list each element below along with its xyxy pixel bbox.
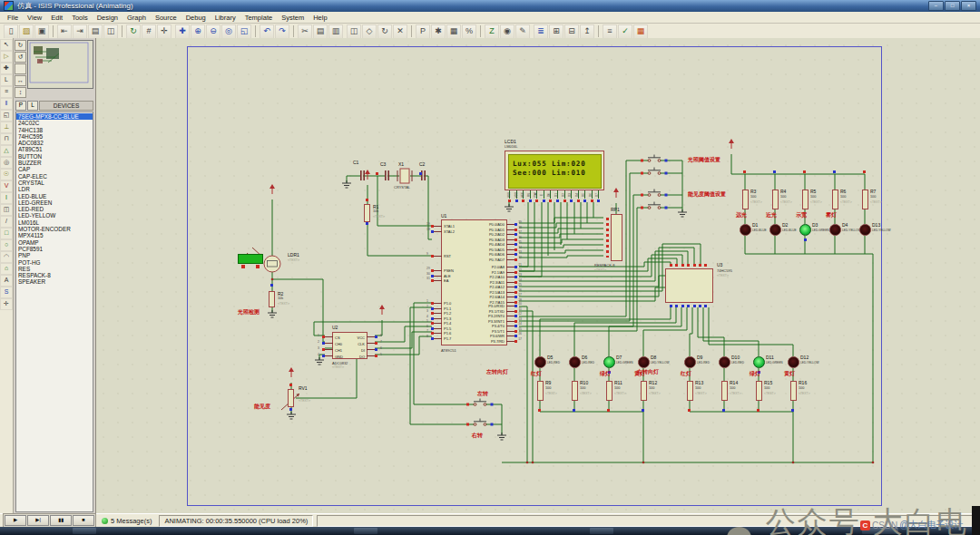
device-item[interactable]: CAP-ELEC (16, 173, 93, 180)
menu-item[interactable]: Tools (67, 14, 93, 22)
led-icon[interactable] (603, 356, 615, 368)
resistor-body[interactable] (790, 381, 797, 401)
resistor-body[interactable] (572, 381, 578, 401)
device-item[interactable]: 74HC595 (16, 133, 93, 140)
led-column[interactable]: D11LED-GREEN 绿灯 R15100 <TEXT> (750, 351, 784, 407)
r2-resistor[interactable] (269, 291, 275, 307)
rotate-cw-icon[interactable]: ↻ (15, 40, 26, 51)
autorouter-icon[interactable]: Z (485, 24, 499, 39)
stop-button[interactable]: ■ (73, 515, 94, 526)
resistor-body[interactable] (537, 381, 544, 401)
angle-field[interactable] (15, 63, 26, 74)
zoom-area-icon[interactable]: ◱ (237, 24, 251, 39)
minimize-button[interactable]: − (928, 1, 944, 11)
pick-devices-button[interactable]: P (15, 101, 26, 111)
component-mode-icon[interactable]: ▷ (0, 51, 13, 63)
u3-shift-register[interactable] (665, 268, 713, 303)
device-item[interactable]: CRYSTAL (16, 180, 93, 186)
device-item[interactable]: SPEAKER (16, 278, 93, 285)
selection-pointer-icon[interactable]: ↖ (0, 39, 13, 51)
block-delete-icon[interactable]: ✕ (393, 24, 407, 39)
led-column[interactable]: R6100 <TEXT> 雾灯 D4LED-YELLOW (826, 188, 856, 244)
led-column[interactable]: R4100 <TEXT> 近光 D2LED-BLUE (766, 188, 796, 244)
set-button-3[interactable] (641, 190, 668, 197)
current-probe-icon[interactable]: I (0, 192, 13, 204)
menu-item[interactable]: Debug (181, 14, 211, 22)
pick-device-icon[interactable]: P (416, 24, 430, 39)
pan-icon[interactable]: ✚ (175, 24, 190, 39)
resistor-body[interactable] (756, 381, 762, 401)
graph-mode-icon[interactable]: △ (0, 145, 13, 157)
2d-symbol-icon[interactable]: S (0, 287, 13, 298)
resistor-body[interactable] (772, 190, 779, 209)
led-column[interactable]: D9LED-RED 红灯 R13100 <TEXT> (681, 351, 715, 407)
led-column[interactable]: D7LED-GREEN 绿灯 R11100 <TEXT> (600, 351, 634, 407)
library-button[interactable]: L (27, 101, 38, 111)
device-item[interactable]: PCF8591 (16, 246, 93, 252)
device-item[interactable]: LED-GREEN (16, 199, 93, 206)
set-button-1[interactable] (641, 155, 668, 162)
2d-text-icon[interactable]: A (0, 275, 13, 287)
led-icon[interactable] (859, 224, 871, 236)
device-item[interactable]: CAP (16, 166, 93, 172)
menu-item[interactable]: View (23, 14, 46, 22)
pause-button[interactable]: ▮▮ (50, 515, 72, 526)
led-column[interactable]: D8LED-YELLOW 黄灯 R12100 <TEXT> (634, 351, 669, 407)
led-icon[interactable] (534, 356, 546, 368)
bus-mode-icon[interactable]: ‖ (0, 98, 13, 110)
print-icon[interactable]: ▤ (88, 24, 103, 39)
zoom-out-icon[interactable]: ⊖ (206, 24, 220, 39)
led-icon[interactable] (569, 356, 581, 368)
resistor-body[interactable] (862, 190, 868, 209)
led-icon[interactable] (769, 224, 781, 236)
device-item[interactable]: PNP (16, 252, 93, 258)
open-file-icon[interactable]: ▨ (19, 24, 34, 39)
device-item[interactable]: AT89C51 (16, 146, 93, 152)
left-turn-button[interactable] (466, 399, 494, 406)
packaging-icon[interactable]: ▦ (446, 24, 461, 39)
device-item[interactable]: RESPACK-8 (16, 272, 93, 278)
resistor-body[interactable] (832, 190, 838, 209)
menu-item[interactable]: System (277, 14, 309, 22)
erc-icon[interactable]: ✓ (618, 24, 632, 39)
led-column[interactable]: D12LED-YELLOW 黄灯 R16100 <TEXT> (784, 351, 818, 407)
device-item[interactable]: 7SEG-MPX8-CC-BLUE (16, 113, 93, 120)
import-icon[interactable]: ⇤ (57, 24, 72, 39)
ares-icon[interactable]: ▦ (633, 24, 648, 39)
voltage-probe-icon[interactable]: V (0, 180, 13, 192)
led-icon[interactable] (753, 356, 765, 368)
message-indicator-icon[interactable] (102, 518, 108, 524)
save-file-icon[interactable]: ▣ (34, 24, 49, 39)
export-icon[interactable]: ⇥ (73, 24, 87, 39)
menu-item[interactable]: Design (93, 14, 122, 22)
resistor-body[interactable] (641, 381, 647, 401)
mark-area-icon[interactable]: ◫ (103, 24, 118, 39)
zoom-in-icon[interactable]: ⊕ (191, 24, 205, 39)
device-item[interactable]: LDR (16, 186, 93, 192)
menu-item[interactable]: Edit (46, 14, 67, 22)
2d-path-icon[interactable]: ⌂ (0, 263, 13, 275)
mirror-x-icon[interactable]: ↔ (15, 75, 26, 86)
device-item[interactable]: BUZZER (16, 160, 93, 166)
netlist-icon[interactable]: ≡ (603, 24, 617, 39)
resistor-body[interactable] (742, 190, 749, 209)
schematic-preview[interactable] (27, 40, 93, 89)
u1-mcu[interactable]: 19XTAL118XTAL2 9RST 29PSEN30ALE31EA 1P1.… (441, 219, 507, 345)
led-column[interactable]: R3100 <TEXT> 远光 D1LED-BLUE (736, 188, 766, 244)
cut-icon[interactable]: ✂ (298, 24, 312, 39)
copy-icon[interactable]: ▤ (313, 24, 328, 39)
led-column[interactable]: D5LED-RED 红灯 R9100 <TEXT> (531, 351, 565, 407)
2d-box-icon[interactable]: □ (0, 228, 13, 239)
2d-line-icon[interactable]: / (0, 216, 13, 228)
terminal-mode-icon[interactable]: ⊥ (0, 122, 13, 133)
decompose-icon[interactable]: % (462, 24, 476, 39)
device-item[interactable]: LED-YELLOW (16, 212, 93, 219)
menu-item[interactable]: Library (211, 14, 240, 22)
block-rotate-icon[interactable]: ↻ (377, 24, 392, 39)
wire-label-icon[interactable]: L (0, 74, 13, 86)
device-item[interactable]: 24C02C (16, 120, 93, 126)
2d-circle-icon[interactable]: ○ (0, 239, 13, 251)
make-device-icon[interactable]: ✱ (431, 24, 446, 39)
text-script-icon[interactable]: ≡ (0, 86, 13, 98)
device-item[interactable]: MOTOR-ENCODER (16, 226, 93, 232)
